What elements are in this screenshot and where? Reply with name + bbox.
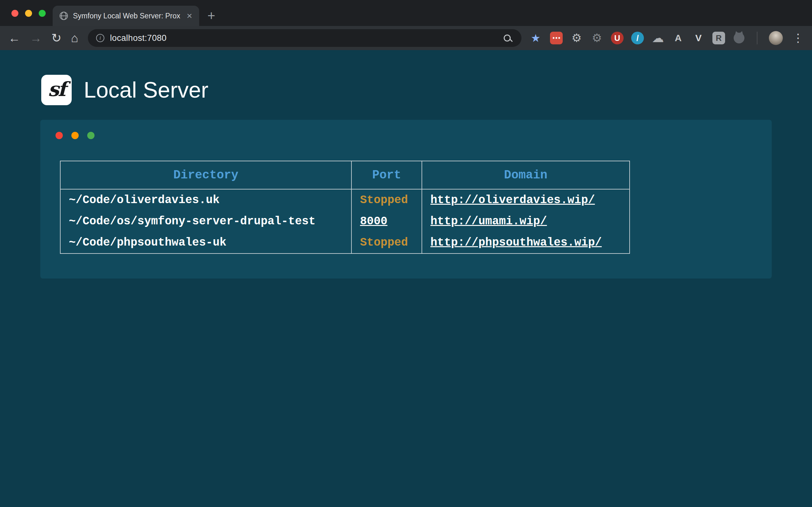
- toolbar-divider: [757, 32, 757, 44]
- home-button[interactable]: ⌂: [71, 32, 78, 44]
- a-badge-extension-icon[interactable]: A: [672, 32, 684, 44]
- u-badge-extension-icon[interactable]: U: [611, 32, 623, 44]
- table-row: ~/Code/phpsouthwales-uk Stopped http://p…: [60, 232, 629, 253]
- cloud-extension-icon[interactable]: ☁: [652, 32, 664, 44]
- address-bar[interactable]: i localhost:7080: [88, 29, 521, 47]
- tab-title: Symfony Local Web Server: Prox: [73, 12, 182, 20]
- gear-extension-icon-1[interactable]: ⚙: [570, 32, 583, 44]
- url-text[interactable]: localhost:7080: [110, 33, 166, 43]
- port-cell: Stopped: [351, 232, 422, 253]
- table-header-row: Directory Port Domain: [60, 161, 629, 189]
- domain-header: Domain: [422, 161, 629, 189]
- gear-extension-icon-2[interactable]: ⚙: [591, 32, 603, 44]
- globe-favicon-icon: [60, 12, 68, 20]
- port-cell: Stopped: [351, 189, 422, 211]
- domain-link[interactable]: http://oliverdavies.wip/: [430, 193, 595, 207]
- github-extension-icon[interactable]: [734, 33, 745, 43]
- server-table: Directory Port Domain ~/Code/oliverdavie…: [60, 161, 630, 254]
- blue-circle-extension-icon[interactable]: /: [631, 32, 644, 44]
- site-info-icon[interactable]: i: [96, 34, 104, 42]
- r-badge-extension-icon[interactable]: R: [712, 32, 725, 44]
- zoom-window-button[interactable]: [39, 10, 46, 17]
- server-table-wrap: Directory Port Domain ~/Code/oliverdavie…: [60, 161, 772, 254]
- card-green-dot: [87, 132, 95, 139]
- browser-tab[interactable]: Symfony Local Web Server: Prox ×: [53, 6, 199, 26]
- close-window-button[interactable]: [11, 10, 18, 17]
- profile-avatar[interactable]: [769, 31, 783, 45]
- brand-header: sf Local Server: [41, 75, 812, 105]
- table-row: ~/Code/os/symfony-server-drupal-test 800…: [60, 211, 629, 232]
- tab-strip: Symfony Local Web Server: Prox × +: [0, 0, 812, 26]
- status-stopped: Stopped: [360, 193, 408, 207]
- directory-cell: ~/Code/os/symfony-server-drupal-test: [60, 211, 351, 232]
- domain-link[interactable]: http://umami.wip/: [430, 215, 547, 228]
- domain-cell: http://umami.wip/: [422, 211, 629, 232]
- bookmark-star-icon[interactable]: ★: [531, 32, 541, 44]
- zoom-search-icon[interactable]: [504, 35, 511, 42]
- directory-cell: ~/Code/oliverdavies.uk: [60, 189, 351, 211]
- table-row: ~/Code/oliverdavies.uk Stopped http://ol…: [60, 189, 629, 211]
- back-button[interactable]: ←: [8, 32, 20, 44]
- page-title: Local Server: [84, 77, 208, 103]
- minimize-window-button[interactable]: [25, 10, 32, 17]
- status-stopped: Stopped: [360, 236, 408, 249]
- port-link[interactable]: 8000: [360, 215, 387, 228]
- window-controls: [11, 10, 46, 17]
- symfony-logo: sf: [41, 75, 72, 105]
- v-badge-extension-icon[interactable]: V: [692, 32, 705, 44]
- browser-menu-icon[interactable]: ⋮: [792, 32, 804, 44]
- port-cell: 8000: [351, 211, 422, 232]
- domain-link[interactable]: http://phpsouthwales.wip/: [430, 236, 602, 249]
- card-window-dots: [55, 132, 772, 139]
- page-content: sf Local Server Directory Port Domain: [0, 50, 812, 507]
- forward-button[interactable]: →: [30, 32, 42, 44]
- directory-cell: ~/Code/phpsouthwales-uk: [60, 232, 351, 253]
- server-card: Directory Port Domain ~/Code/oliverdavie…: [40, 120, 772, 279]
- directory-header: Directory: [60, 161, 351, 189]
- reload-button[interactable]: ↻: [51, 32, 61, 44]
- tab-close-icon[interactable]: ×: [187, 11, 192, 20]
- domain-cell: http://oliverdavies.wip/: [422, 189, 629, 211]
- card-orange-dot: [71, 132, 79, 139]
- port-header: Port: [351, 161, 422, 189]
- card-red-dot: [55, 132, 63, 139]
- browser-toolbar: ← → ↻ ⌂ i localhost:7080 ★ ⋯ ⚙ ⚙ U / ☁ A…: [0, 26, 812, 50]
- extensions-row: ⋯ ⚙ ⚙ U / ☁ A V R: [550, 32, 745, 44]
- symfony-logo-text: sf: [48, 78, 65, 103]
- domain-cell: http://phpsouthwales.wip/: [422, 232, 629, 253]
- red-dots-extension-icon[interactable]: ⋯: [550, 32, 563, 44]
- new-tab-button[interactable]: +: [207, 6, 215, 26]
